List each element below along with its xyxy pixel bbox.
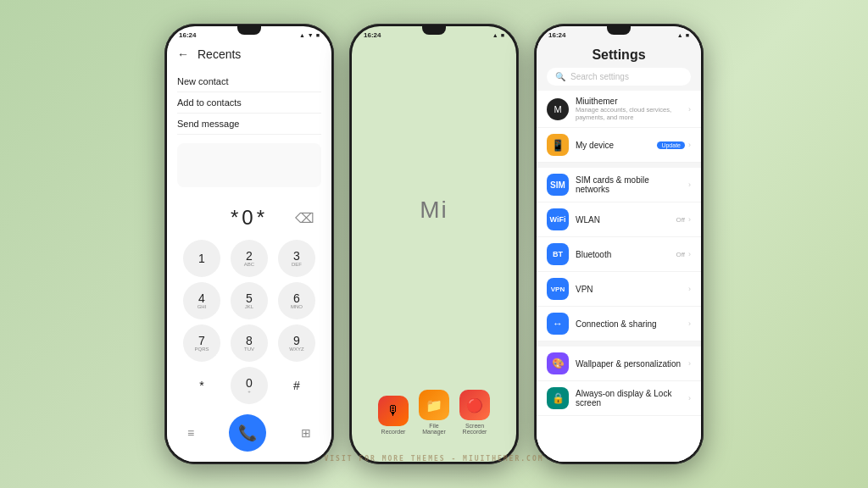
aod-icon: 🔒: [547, 387, 569, 409]
time-3: 16:24: [548, 31, 565, 39]
contact-actions: New contact Add to contacts Send message: [167, 68, 331, 138]
phone-1: 16:24 ▲ ▼ ■ ← Recents New contact Add to…: [164, 24, 334, 464]
status-bar-2: 16:24 ▲ ■: [352, 26, 516, 41]
settings-item-mydevice[interactable]: 📱 My device Update ›: [537, 128, 701, 163]
miuithemer-icon: M: [547, 98, 569, 120]
wlan-icon: WiFi: [547, 208, 569, 230]
screenrecorder-icon: 🔴: [459, 390, 490, 420]
miuithemer-sub: Manage accounts, cloud services, payment…: [576, 106, 682, 121]
status-icons-3: ▲ ■: [677, 32, 689, 38]
menu-icon[interactable]: ≡: [187, 426, 194, 440]
signal-icon-3: ▲: [677, 32, 683, 38]
aod-name: Always-on display & Lock screen: [576, 389, 682, 408]
dial-key-9[interactable]: 9WXYZ: [278, 324, 315, 362]
settings-item-sim[interactable]: SIM SIM cards & mobile networks ›: [537, 168, 701, 202]
search-icon: 🔍: [555, 72, 565, 81]
app-folder: 🎙 Recorder 📁 FileManager 🔴 ScreenRecorde…: [352, 380, 516, 445]
battery-icon-2: ■: [501, 32, 504, 38]
vpn-icon: VPN: [547, 278, 569, 300]
notch-1: [237, 26, 261, 35]
dial-key-7[interactable]: 7PQRS: [183, 324, 220, 362]
mydevice-icon: 📱: [547, 134, 569, 156]
status-bar-3: 16:24 ▲ ■: [537, 26, 701, 41]
phone-3: 16:24 ▲ ■ Settings 🔍 Search settings M M…: [534, 24, 704, 464]
filemanager-icon: 📁: [419, 390, 449, 420]
dialer-bottom: ≡ 📞 ⊞: [167, 408, 331, 462]
dial-key-2[interactable]: 2ABC: [231, 240, 268, 277]
dial-key-star[interactable]: *: [183, 367, 220, 404]
mydevice-name: My device: [576, 141, 650, 150]
screenrecorder-label: ScreenRecorder: [463, 423, 487, 435]
dial-key-3[interactable]: 3DEF: [278, 240, 315, 277]
connection-icon: ↔: [547, 313, 569, 335]
phone1-content: ← Recents New contact Add to contacts Se…: [167, 41, 331, 462]
settings-item-bluetooth[interactable]: BT Bluetooth Off ›: [537, 237, 701, 272]
bluetooth-name: Bluetooth: [576, 250, 669, 259]
app-screenrecorder[interactable]: 🔴 ScreenRecorder: [459, 390, 490, 435]
app-filemanager[interactable]: 📁 FileManager: [419, 390, 449, 435]
search-placeholder: Search settings: [570, 72, 629, 81]
app-recorder[interactable]: 🎙 Recorder: [378, 396, 409, 435]
settings-item-connection[interactable]: ↔ Connection & sharing ›: [537, 307, 701, 341]
wlan-name: WLAN: [576, 215, 669, 225]
aod-chevron: ›: [688, 394, 691, 402]
recorder-label: Recorder: [381, 429, 406, 435]
settings-item-miuithemer[interactable]: M Miuithemer Manage accounts, cloud serv…: [537, 91, 701, 128]
sim-chevron: ›: [688, 180, 691, 189]
contact-list-area: [177, 143, 321, 187]
wallpaper-icon: 🎨: [547, 352, 569, 374]
miuithemer-name: Miuithemer: [576, 97, 682, 106]
dial-number: *0*: [231, 206, 268, 230]
mi-text: Mi: [352, 41, 516, 380]
settings-item-vpn[interactable]: VPN VPN ›: [537, 272, 701, 307]
connection-chevron: ›: [688, 319, 691, 328]
call-icon: 📞: [238, 424, 257, 442]
sim-name: SIM cards & mobile networks: [576, 175, 682, 194]
send-message-button[interactable]: Send message: [177, 114, 321, 135]
status-icons-1: ▲ ▼ ■: [299, 32, 320, 38]
new-contact-button[interactable]: New contact: [177, 71, 321, 92]
signal-icon: ▲: [299, 32, 305, 38]
dial-key-1[interactable]: 1: [183, 240, 220, 277]
settings-title: Settings: [537, 41, 701, 68]
wallpaper-chevron: ›: [688, 359, 691, 368]
dial-key-4[interactable]: 4GHI: [183, 282, 220, 319]
settings-list: M Miuithemer Manage accounts, cloud serv…: [537, 91, 701, 462]
dial-key-8[interactable]: 8TUV: [231, 324, 268, 362]
vpn-chevron: ›: [688, 285, 691, 293]
status-icons-2: ▲ ■: [492, 32, 504, 38]
phone3-content: Settings 🔍 Search settings M Miuithemer …: [537, 41, 701, 462]
dial-key-hash[interactable]: #: [278, 367, 315, 404]
phone-2: 16:24 ▲ ■ Mi 🎙 Recorder 📁 FileManager: [349, 24, 519, 464]
bluetooth-status: Off: [676, 251, 685, 258]
settings-item-aod[interactable]: 🔒 Always-on display & Lock screen ›: [537, 381, 701, 416]
settings-item-wlan[interactable]: WiFi WLAN Off ›: [537, 202, 701, 237]
dialpad: 1 2ABC 3DEF 4GHI 5JKL 6MNO 7PQRS 8TUV 9W…: [167, 236, 331, 408]
time-1: 16:24: [179, 31, 196, 39]
backspace-button[interactable]: ⌫: [295, 210, 318, 226]
signal-icon-2: ▲: [492, 32, 498, 38]
battery-icon-3: ■: [686, 32, 689, 38]
dial-key-6[interactable]: 6MNO: [278, 282, 315, 319]
miuithemer-chevron: ›: [688, 105, 691, 114]
keypad-icon[interactable]: ⊞: [301, 426, 311, 440]
wlan-status: Off: [676, 216, 685, 224]
sim-icon: SIM: [547, 174, 569, 196]
dial-key-5[interactable]: 5JKL: [231, 282, 268, 319]
dial-key-0[interactable]: 0+: [231, 367, 268, 404]
recents-title: Recents: [198, 47, 241, 61]
filemanager-icon-glyph: 📁: [426, 397, 442, 413]
screenrecorder-icon-glyph: 🔴: [466, 397, 483, 413]
add-to-contacts-button[interactable]: Add to contacts: [177, 92, 321, 114]
call-button[interactable]: 📞: [229, 414, 266, 452]
wallpaper-name: Wallpaper & personalization: [576, 359, 682, 369]
status-bar-1: 16:24 ▲ ▼ ■: [167, 26, 331, 41]
back-button[interactable]: ←: [177, 47, 189, 61]
settings-item-wallpaper[interactable]: 🎨 Wallpaper & personalization ›: [537, 347, 701, 381]
notch-2: [422, 26, 446, 35]
settings-search-bar[interactable]: 🔍 Search settings: [547, 68, 691, 86]
filemanager-label: FileManager: [422, 423, 446, 435]
bluetooth-icon: BT: [547, 243, 569, 265]
recorder-icon-glyph: 🎙: [387, 403, 400, 419]
mydevice-badge: Update: [657, 141, 685, 149]
